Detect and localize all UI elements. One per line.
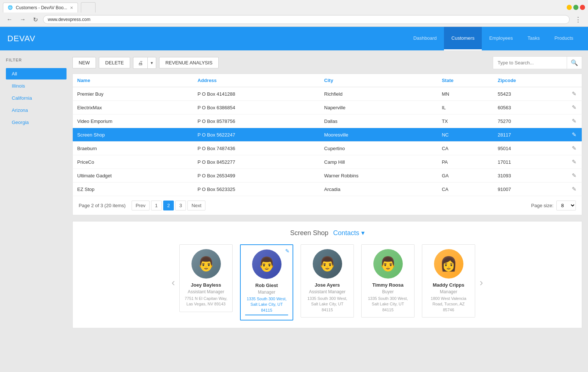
cell-city: Mooresville (320, 128, 437, 142)
page-btn-3[interactable]: 3 (175, 201, 186, 210)
table-row[interactable]: Ultimate Gadget P O Box 2653499 Warner R… (73, 169, 582, 183)
table-row[interactable]: Premier Buy P O Box 4141288 Richfield MN… (73, 87, 582, 101)
col-city[interactable]: City (320, 74, 437, 87)
contact-edit-btn[interactable]: ✎ (285, 248, 290, 254)
col-name[interactable]: Name (73, 74, 193, 87)
search-button[interactable]: 🔍 (567, 57, 582, 69)
cell-address: P O Box 7487436 (193, 142, 320, 155)
reload-btn[interactable]: ↻ (31, 15, 40, 24)
sidebar-item-arizona[interactable]: Arizona (6, 104, 67, 116)
back-btn[interactable]: ← (4, 15, 15, 24)
cell-city: Cupertino (320, 142, 437, 155)
table-row[interactable]: EZ Stop P O Box 5623325 Arcadia CA 91007… (73, 183, 582, 196)
contact-card[interactable]: 👨 Joey Bayless Assistant Manager 7751 N … (179, 244, 233, 312)
table-row[interactable]: Braeburn P O Box 7487436 Cupertino CA 95… (73, 142, 582, 155)
cell-state: NC (437, 128, 493, 142)
cell-city: Dallas (320, 114, 437, 128)
cell-edit: ✎ (567, 114, 582, 128)
minimize-btn[interactable] (567, 5, 572, 10)
pagination-bar: Page 2 of 3 (20 items) Prev 1 2 3 Next P… (72, 196, 582, 215)
print-dropdown-btn[interactable]: ▾ (147, 57, 156, 69)
contacts-link[interactable]: Contacts ▾ (333, 229, 365, 237)
detail-company-name: Screen Shop (290, 229, 328, 237)
browser-tab[interactable]: 🌐 Customers - DevAV Boo... × (3, 3, 78, 13)
contact-card[interactable]: 👩 Maddy Cripps Manager 1800 West Valenci… (422, 244, 475, 318)
contact-card[interactable]: ✎ 👨 Rob Giest Manager 1335 South 300 Wes… (240, 244, 293, 320)
cell-zipcode: 91007 (493, 183, 567, 196)
sidebar-item-all[interactable]: All (6, 68, 67, 79)
edit-row-btn[interactable]: ✎ (572, 172, 577, 179)
page-size-select[interactable]: 8 16 32 (556, 201, 576, 210)
delete-button[interactable]: DELETE (99, 57, 130, 68)
tab-close-btn[interactable]: × (70, 5, 73, 11)
print-button[interactable]: 🖨 (133, 57, 147, 69)
contact-name: Joey Bayless (184, 282, 228, 288)
revenue-analysis-button[interactable]: REVENUE ANALYSIS (159, 57, 219, 68)
new-tab-btn[interactable] (81, 2, 96, 13)
main-content: FILTER All Illinois California Arizona G… (0, 50, 588, 372)
page-info: Page 2 of 3 (20 items) (79, 203, 126, 208)
contact-role: Manager (245, 290, 288, 295)
edit-row-btn[interactable]: ✎ (572, 159, 577, 165)
content-area: NEW DELETE 🖨 ▾ REVENUE ANALYSIS 🔍 Name A… (72, 56, 582, 370)
nav-tasks[interactable]: Tasks (520, 27, 547, 50)
nav-products[interactable]: Products (547, 27, 581, 50)
edit-row-btn[interactable]: ✎ (572, 91, 577, 97)
nav-customers[interactable]: Customers (444, 27, 482, 50)
cell-state: MN (437, 87, 493, 101)
sidebar-item-illinois[interactable]: Illinois (6, 80, 67, 92)
cell-address: P O Box 5623325 (193, 183, 320, 196)
cell-edit: ✎ (567, 155, 582, 169)
page-btn-2[interactable]: 2 (163, 201, 174, 210)
contact-card[interactable]: 👨 Timmy Roosa Buyer 1335 South 300 West,… (361, 244, 415, 318)
nav-employees[interactable]: Employees (482, 27, 520, 50)
prev-page-btn[interactable]: Prev (132, 201, 150, 210)
cell-zipcode: 28117 (493, 128, 567, 142)
edit-row-btn[interactable]: ✎ (572, 118, 577, 124)
contact-card[interactable]: 👨 Jose Ayers Assistant Manager 1335 Sout… (301, 244, 354, 318)
search-input[interactable] (493, 57, 567, 68)
browser-addressbar: ← → ↻ www.devexpress.com ⋮ (0, 13, 588, 26)
browser-chrome: 🌐 Customers - DevAV Boo... × ← → ↻ www.d… (0, 0, 588, 27)
close-btn[interactable] (580, 5, 585, 10)
table-row[interactable]: PriceCo P O Box 8452277 Camp Hill PA 170… (73, 155, 582, 169)
contact-avatar: 👨 (191, 249, 221, 279)
col-state[interactable]: State (437, 74, 493, 87)
cell-name: Screen Shop (73, 128, 193, 142)
table-row[interactable]: ElectrixMax P O Box 6386854 Naperville I… (73, 101, 582, 114)
nav-dashboard[interactable]: Dashboard (406, 27, 444, 50)
col-address[interactable]: Address (193, 74, 320, 87)
main-nav: Dashboard Customers Employees Tasks Prod… (406, 27, 581, 50)
table-row[interactable]: Video Emporium P O Box 8578756 Dallas TX… (73, 114, 582, 128)
detail-panel: Screen Shop Contacts ▾ ‹ 👨 Joey Bayless … (72, 221, 582, 328)
cell-city: Richfield (320, 87, 437, 101)
carousel-next-btn[interactable]: › (475, 277, 487, 288)
maximize-btn[interactable] (573, 5, 578, 10)
next-page-btn[interactable]: Next (187, 201, 205, 210)
toolbar: NEW DELETE 🖨 ▾ REVENUE ANALYSIS 🔍 (72, 56, 582, 69)
contact-address: 1335 South 300 West,Salt Lake City, UT 8… (305, 296, 349, 313)
sidebar-item-georgia[interactable]: Georgia (6, 117, 67, 128)
sidebar-item-california[interactable]: California (6, 92, 67, 104)
contact-address: 7751 N El Capitan Way,Las Vegas, NV 8914… (184, 296, 228, 307)
cell-edit: ✎ (567, 183, 582, 196)
col-zipcode[interactable]: Zipcode (493, 74, 567, 87)
cell-name: ElectrixMax (73, 101, 193, 114)
cell-zipcode: 31093 (493, 169, 567, 183)
more-options-btn[interactable]: ⋮ (573, 15, 584, 24)
carousel-prev-btn[interactable]: ‹ (167, 277, 179, 288)
table-row[interactable]: Screen Shop P O Box 5622247 Mooresville … (73, 128, 582, 142)
address-bar[interactable]: www.devexpress.com (43, 15, 570, 24)
cell-edit: ✎ (567, 169, 582, 183)
print-group: 🖨 ▾ (133, 57, 156, 69)
contact-avatar: 👩 (434, 249, 463, 279)
cell-zipcode: 75270 (493, 114, 567, 128)
edit-row-btn[interactable]: ✎ (572, 104, 577, 111)
contact-role: Manager (427, 289, 470, 294)
edit-row-btn[interactable]: ✎ (572, 145, 577, 152)
page-btn-1[interactable]: 1 (151, 201, 162, 210)
edit-row-btn[interactable]: ✎ (572, 131, 577, 138)
edit-row-btn[interactable]: ✎ (572, 186, 577, 192)
forward-btn[interactable]: → (18, 15, 28, 24)
new-button[interactable]: NEW (72, 57, 96, 68)
